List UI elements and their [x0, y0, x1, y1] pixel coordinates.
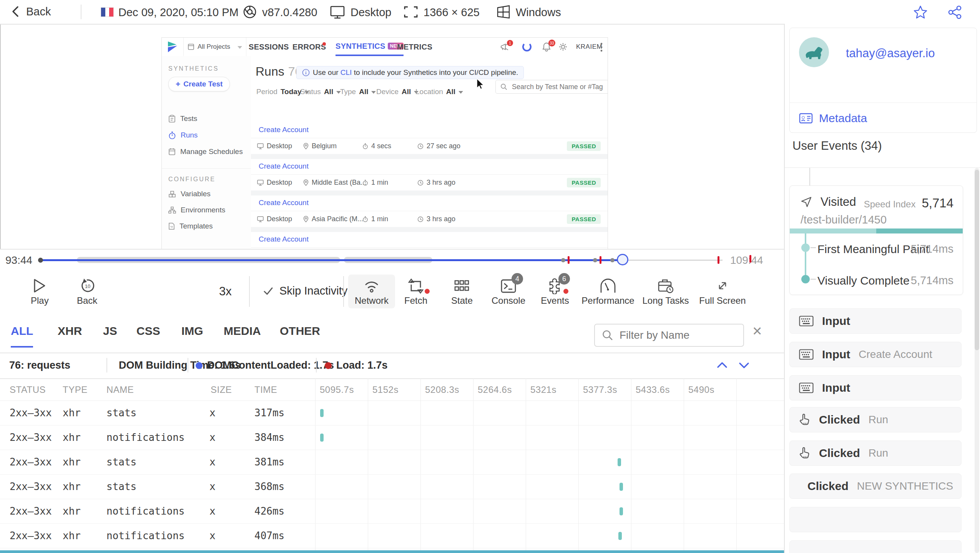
sidebar-item-manage-schedules[interactable]: Manage Schedules	[168, 147, 243, 156]
metadata-button[interactable]: Metadata	[799, 112, 867, 125]
share-icon[interactable]	[948, 5, 962, 20]
hand-pointer-icon	[799, 413, 811, 426]
request-row[interactable]: 2xx–3xx xhr notifications x 384ms	[0, 425, 784, 450]
request-bar[interactable]	[620, 507, 623, 515]
run-card[interactable]: Create Account Desktop Asia Pacific (M..…	[251, 195, 608, 227]
error-marker[interactable]	[749, 255, 751, 263]
tab-xhr[interactable]: XHR	[58, 325, 82, 346]
request-bar[interactable]	[320, 434, 324, 442]
tab-sessions[interactable]: SESSIONS	[249, 38, 289, 56]
run-card[interactable]: Create Account Desktop US West (N. Cal..…	[251, 232, 608, 250]
timeline-progress[interactable]	[40, 259, 623, 261]
time-tick: 5095.7s	[320, 384, 354, 395]
performance-panel-button[interactable]: Performance	[581, 275, 635, 308]
filter-location[interactable]: LocationAll	[415, 88, 463, 96]
request-row[interactable]: 2xx–3xx xhr notifications x 407ms	[0, 523, 784, 548]
filter-type[interactable]: TypeAll	[340, 88, 376, 96]
tab-errors[interactable]: ERRORS	[292, 38, 326, 56]
prev-request-button[interactable]	[716, 359, 729, 371]
request-bar[interactable]	[618, 458, 621, 466]
test-search-input[interactable]	[511, 83, 608, 91]
skip-inactivity-toggle[interactable]: Skip Inactivity	[263, 285, 347, 297]
error-marker[interactable]	[718, 256, 719, 264]
long-tasks-panel-button[interactable]: Long Tasks	[639, 275, 692, 308]
run-name-link[interactable]: Create Account	[259, 126, 309, 134]
error-marker[interactable]	[568, 256, 570, 264]
filter-by-name-input[interactable]	[619, 329, 728, 342]
request-bar[interactable]	[320, 409, 324, 417]
player-timeline[interactable]: 93:44 109:44	[0, 249, 784, 271]
user-events-title: User Events (34)	[792, 139, 882, 153]
event-card-clicked[interactable]: ClickedRun	[789, 440, 962, 466]
request-bar[interactable]	[620, 483, 623, 491]
run-name-link[interactable]: Create Account	[259, 235, 309, 243]
request-bar[interactable]	[618, 532, 622, 540]
sidebar-item-environments[interactable]: Environments	[168, 206, 225, 214]
back-button[interactable]: Back	[11, 0, 51, 23]
play-button[interactable]: Play	[27, 275, 53, 308]
filter-status[interactable]: StatusAll	[300, 88, 341, 96]
tab-css[interactable]: CSS	[136, 325, 160, 346]
user-email-link[interactable]: tahay@asayer.io	[846, 46, 935, 60]
favorite-star-icon[interactable]	[913, 5, 928, 20]
request-row[interactable]: 2xx–3xx xhr stats x 368ms	[0, 474, 784, 499]
user-menu[interactable]: KRAIEM	[576, 43, 602, 51]
tab-all[interactable]: ALL	[11, 325, 33, 348]
next-request-button[interactable]	[737, 359, 751, 371]
filter-by-name-box[interactable]	[594, 324, 744, 347]
full-screen-button[interactable]: Full Screen	[696, 275, 749, 308]
console-panel-button[interactable]: 4 Console	[487, 275, 530, 308]
current-time: 93:44	[5, 254, 32, 267]
event-dot[interactable]	[561, 258, 565, 262]
test-search[interactable]	[495, 80, 608, 94]
event-card-clicked[interactable]: ClickedRun	[789, 407, 962, 432]
state-panel-button[interactable]: State	[443, 275, 481, 308]
speed-toggle[interactable]: 3x	[219, 285, 232, 298]
event-card[interactable]	[789, 507, 962, 532]
tab-metrics[interactable]: METRICS	[397, 38, 432, 56]
visited-event-card[interactable]: Visited Speed Index 5,714 /test-builder/…	[789, 185, 963, 295]
events-panel-button[interactable]: 6 Events	[535, 275, 575, 308]
event-dot[interactable]	[593, 258, 597, 262]
request-row[interactable]: 2xx–3xx xhr stats x 381ms	[0, 450, 784, 475]
run-card[interactable]: Create Account Desktop Middle East (Ba..…	[251, 159, 608, 190]
cli-link[interactable]: CLI	[341, 68, 352, 76]
event-card-input[interactable]: Input	[789, 308, 962, 334]
network-panel-button[interactable]: Network	[348, 275, 395, 308]
tab-img[interactable]: IMG	[181, 325, 203, 346]
tab-other[interactable]: OTHER	[280, 325, 320, 346]
tab-media[interactable]: MEDIA	[224, 325, 261, 346]
sidebar-item-templates[interactable]: Templates	[168, 222, 213, 230]
os-label: Windows	[516, 6, 561, 19]
request-row[interactable]: 2xx–3xx xhr stats x 317ms	[0, 401, 784, 426]
timeline-scrubber[interactable]	[617, 254, 628, 265]
sidebar-item-variables[interactable]: Variables	[168, 190, 211, 198]
sidebar-item-tests[interactable]: Tests	[168, 114, 197, 123]
event-dot[interactable]	[610, 258, 615, 262]
create-test-button[interactable]: + Create Test	[168, 77, 230, 91]
run-name-link[interactable]: Create Account	[259, 162, 309, 171]
request-row[interactable]: 2xx–3xx xhr notifications x 426ms	[0, 499, 784, 524]
timeline-track[interactable]	[623, 260, 723, 261]
project-selector[interactable]: All Projects	[183, 38, 246, 56]
event-card-input[interactable]: Input	[789, 375, 962, 401]
sidebar-item-runs[interactable]: Runs	[168, 131, 198, 139]
alert-dot	[563, 289, 568, 294]
event-card-input[interactable]: InputCreate Account	[789, 342, 962, 367]
back-10s-button[interactable]: 10 Back	[73, 275, 101, 308]
fetch-panel-button[interactable]: Fetch	[397, 275, 435, 308]
gear-icon[interactable]	[558, 42, 568, 51]
close-panel-button[interactable]: ×	[752, 323, 762, 339]
keyboard-icon	[799, 316, 814, 326]
event-card-clicked[interactable]: ClickedNEW SYNTHETICS	[789, 474, 962, 499]
events-scrollbar-thumb[interactable]	[975, 170, 979, 350]
resolution-label: 1366 × 625	[424, 6, 480, 19]
run-card[interactable]: Create Account Desktop Belgium 4 secs 27…	[251, 123, 608, 154]
event-card[interactable]	[789, 540, 962, 553]
error-marker[interactable]	[600, 256, 601, 264]
tab-synthetics[interactable]: SYNTHETICS NEW	[336, 38, 404, 56]
run-name-link[interactable]: Create Account	[259, 199, 309, 207]
kebab-menu-icon[interactable]	[600, 42, 603, 52]
filter-device[interactable]: DeviceAll	[376, 88, 419, 96]
tab-js[interactable]: JS	[103, 325, 117, 346]
